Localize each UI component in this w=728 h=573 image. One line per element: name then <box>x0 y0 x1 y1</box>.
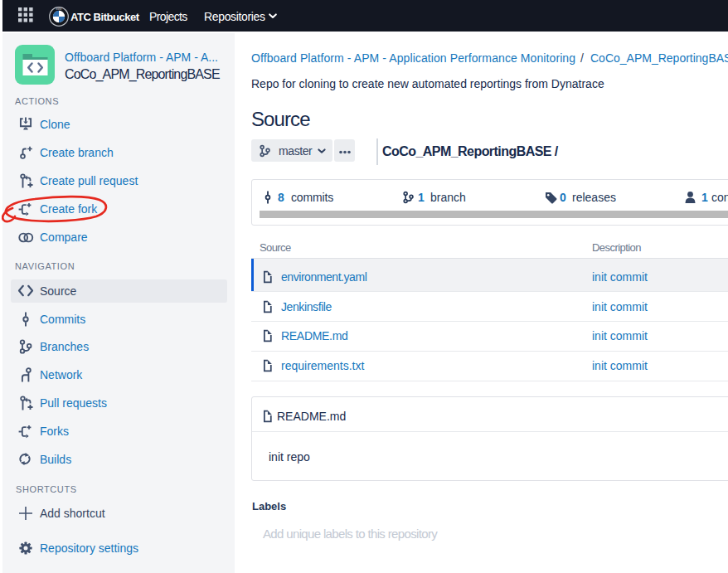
svg-text:BMW: BMW <box>56 7 62 11</box>
